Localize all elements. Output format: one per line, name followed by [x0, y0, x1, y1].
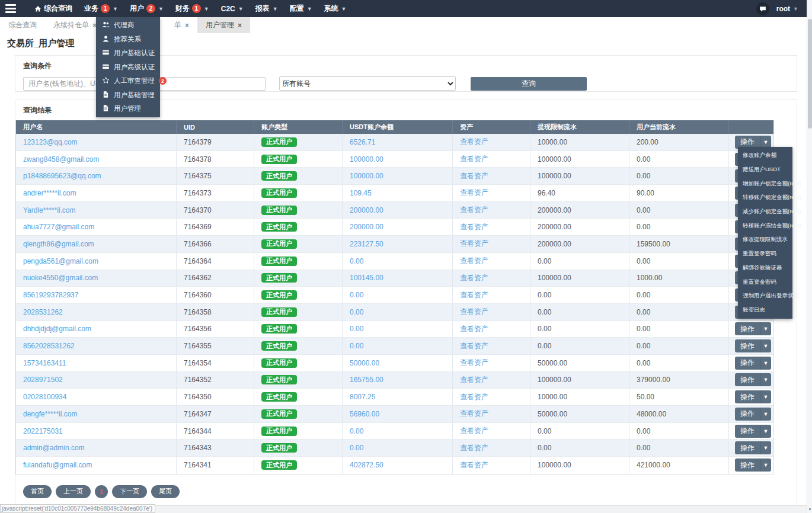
first-page-button[interactable]: 首页 — [23, 485, 52, 498]
username-link[interactable]: qlength86@gmail.com — [23, 240, 94, 248]
hamburger-menu-icon[interactable] — [0, 0, 21, 17]
account-type-select[interactable]: 所有账号 — [279, 76, 456, 91]
balance-link[interactable]: 0.00 — [350, 342, 363, 350]
balance-link[interactable]: 100000.00 — [350, 155, 383, 163]
nav-item-home[interactable]: 综合查询 — [28, 0, 78, 17]
action-menu-item-解绑谷歌验证器[interactable]: 解绑谷歌验证器 — [738, 261, 792, 275]
vertical-scrollbar[interactable]: ▼ — [807, 0, 812, 513]
close-icon[interactable]: × — [185, 21, 189, 30]
view-assets-link[interactable]: 查看资产 — [460, 426, 488, 436]
view-assets-link[interactable]: 查看资产 — [460, 341, 488, 351]
view-assets-link[interactable]: 查看资产 — [460, 239, 488, 249]
action-caret-button[interactable]: ▼ — [760, 459, 771, 472]
balance-link[interactable]: 223127.50 — [350, 240, 383, 248]
tab-单[interactable]: 单× — [167, 17, 197, 33]
menu-item-代理商[interactable]: 代理商 — [96, 18, 160, 33]
menu-item-用户基础管理[interactable]: 用户基础管理 — [96, 88, 160, 102]
balance-link[interactable]: 56960.00 — [350, 410, 379, 418]
action-button[interactable]: 操作 — [735, 322, 760, 335]
username-link[interactable]: 2028971502 — [23, 376, 63, 384]
username-link[interactable]: admin@admin.com — [23, 444, 85, 452]
action-caret-button[interactable]: ▼ — [760, 373, 771, 386]
action-menu-item-减少账户锁定金额(root)[interactable]: 减少账户锁定金额(root) — [738, 205, 792, 219]
username-link[interactable]: p18488695623@qq.com — [23, 172, 101, 180]
username-link[interactable]: zwang8458@gmail.com — [23, 155, 99, 163]
action-button[interactable]: 操作 — [735, 425, 760, 438]
balance-link[interactable]: 0.00 — [350, 308, 363, 316]
balance-link[interactable]: 8007.25 — [350, 393, 375, 401]
view-assets-link[interactable]: 查看资产 — [460, 273, 488, 283]
balance-link[interactable]: 50000.00 — [350, 359, 379, 367]
username-link[interactable]: ahua7727@gmail.com — [23, 223, 94, 231]
username-link[interactable]: pengda561@gmail.com — [23, 257, 98, 265]
balance-link[interactable]: 100000.00 — [350, 172, 383, 180]
chat-icon[interactable] — [756, 2, 769, 15]
nav-item-配置[interactable]: 配置▼ — [284, 0, 318, 17]
balance-link[interactable]: 165755.00 — [350, 376, 383, 384]
balance-link[interactable]: 0.00 — [350, 291, 363, 299]
balance-link[interactable]: 200000.00 — [350, 206, 383, 214]
view-assets-link[interactable]: 查看资产 — [460, 256, 488, 266]
view-assets-link[interactable]: 查看资产 — [460, 324, 488, 334]
action-button[interactable]: 操作 — [735, 441, 760, 454]
view-assets-link[interactable]: 查看资产 — [460, 460, 488, 470]
search-button[interactable]: 查询 — [471, 77, 587, 91]
username-link[interactable]: 2028531262 — [23, 308, 63, 316]
nav-item-业务[interactable]: 业务1▼ — [78, 0, 124, 17]
balance-link[interactable]: 100145.00 — [350, 274, 383, 282]
nav-item-报表[interactable]: 报表▼ — [250, 0, 284, 17]
view-assets-link[interactable]: 查看资产 — [460, 409, 488, 419]
action-caret-button[interactable]: ▼ — [760, 408, 771, 421]
view-assets-link[interactable]: 查看资产 — [460, 188, 488, 198]
last-page-button[interactable]: 尾页 — [151, 485, 180, 498]
username-link[interactable]: 123123@qq.com — [23, 138, 78, 146]
tab-综合查询[interactable]: 综合查询 — [0, 17, 45, 33]
username-link[interactable]: dengfe*****il.com — [23, 410, 77, 418]
balance-link[interactable]: 200000.00 — [350, 223, 383, 231]
action-caret-button[interactable]: ▼ — [760, 322, 771, 335]
action-menu-item-重置资金密码[interactable]: 重置资金密码 — [738, 275, 792, 289]
action-caret-button[interactable]: ▼ — [760, 425, 771, 438]
action-menu-item-赠送用户USDT[interactable]: 赠送用户USDT — [738, 163, 792, 177]
view-assets-link[interactable]: 查看资产 — [460, 392, 488, 402]
username-link[interactable]: Yardle*****il.com — [23, 206, 75, 214]
balance-link[interactable]: 0.00 — [350, 444, 363, 452]
username-link[interactable]: 02028100934 — [23, 393, 66, 401]
balance-link[interactable]: 0.00 — [350, 257, 363, 265]
view-assets-link[interactable]: 查看资产 — [460, 137, 488, 147]
action-caret-button[interactable]: ▼ — [760, 441, 771, 454]
username-link[interactable]: fulandafu@gmail.com — [23, 461, 92, 469]
action-button[interactable]: 操作 — [735, 373, 760, 386]
view-assets-link[interactable]: 查看资产 — [460, 171, 488, 181]
balance-link[interactable]: 402872.50 — [350, 461, 383, 469]
next-page-button[interactable]: 下一页 — [112, 485, 147, 498]
menu-item-用户高级认证[interactable]: 用户高级认证 — [96, 60, 160, 75]
view-assets-link[interactable]: 查看资产 — [460, 222, 488, 232]
action-menu-item-转移账户冻结金额(root)[interactable]: 转移账户冻结金额(root) — [738, 219, 792, 233]
action-caret-button[interactable]: ▼ — [760, 339, 771, 352]
view-assets-link[interactable]: 查看资产 — [460, 375, 488, 385]
scrollbar-thumb[interactable] — [808, 19, 812, 129]
menu-item-人工审查管理[interactable]: 人工审查管理2 — [96, 74, 160, 88]
close-icon[interactable]: × — [238, 21, 242, 30]
view-assets-link[interactable]: 查看资产 — [460, 290, 488, 300]
username-link[interactable]: 15734163411 — [23, 359, 66, 367]
nav-item-系统[interactable]: 系统▼ — [318, 0, 353, 17]
username-link[interactable]: 85619293782937 — [23, 291, 78, 299]
tab-用户管理[interactable]: 用户管理× — [197, 17, 250, 33]
menu-item-推荐关系[interactable]: 推荐关系 — [96, 33, 160, 47]
prev-page-button[interactable]: 上一页 — [56, 485, 91, 498]
user-account-menu[interactable]: root ▼ — [776, 5, 798, 13]
username-link[interactable]: nuoke4550@gmail.com — [23, 274, 98, 282]
balance-link[interactable]: 6526.71 — [350, 138, 375, 146]
balance-link[interactable]: 0.00 — [350, 427, 363, 435]
action-button[interactable]: 操作 — [735, 390, 760, 403]
action-button[interactable]: 操作 — [735, 357, 760, 370]
view-assets-link[interactable]: 查看资产 — [460, 358, 488, 368]
action-menu-item-修改提现限制流水[interactable]: 修改提现限制流水 — [738, 233, 792, 247]
nav-item-用户[interactable]: 用户2▼ — [124, 0, 170, 17]
username-link[interactable]: 8562028531262 — [23, 342, 75, 350]
current-page-button[interactable]: 1 — [95, 485, 108, 498]
view-assets-link[interactable]: 查看资产 — [460, 205, 488, 215]
username-link[interactable]: 2022175031 — [23, 427, 63, 435]
